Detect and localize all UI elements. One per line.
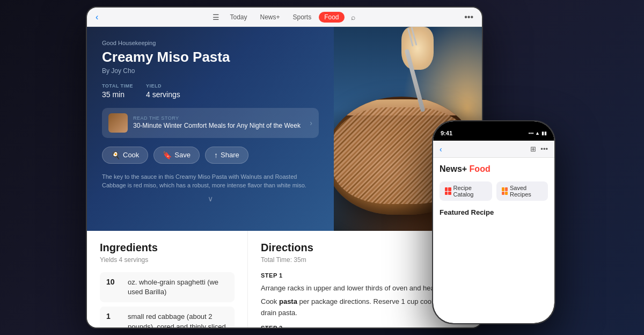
search-icon[interactable]: ⌕	[347, 11, 360, 24]
recipe-author: By Joy Cho	[102, 67, 319, 75]
grid-icon[interactable]: ⊞	[530, 145, 536, 153]
chevron-right-icon: ›	[310, 119, 312, 127]
dynamic-island	[470, 126, 518, 134]
ingredients-title: Ingredients	[100, 242, 235, 254]
recipe-meta: TOTAL TIME 35 min YIELD 4 servings	[102, 83, 319, 99]
iphone-brand: News+ Food	[440, 164, 548, 174]
total-time-label: TOTAL TIME	[102, 83, 133, 89]
iphone-nav: ‹ ⊞ •••	[433, 141, 554, 158]
wifi-icon: ▲	[535, 130, 540, 136]
brand-colored: Food	[467, 164, 491, 173]
recipe-catalog-label: Recipe Catalog	[453, 185, 487, 198]
scroll-indicator: ∨	[102, 194, 319, 203]
scene: ‹ ☰ Today News+ Sports Food ⌕ ••• Good H…	[0, 0, 644, 335]
content-section: Ingredients Yields 4 servings 10 oz. who…	[87, 231, 482, 327]
iphone-content: News+ Food Recipe Catalog Saved Recipes	[433, 158, 554, 323]
story-thumbnail	[108, 113, 128, 133]
hero-section: Good Housekeeping Creamy Miso Pasta By J…	[87, 27, 482, 231]
fork-handle	[405, 49, 426, 112]
ingredient-item: 1 small red cabbage (about 2 pounds), co…	[100, 307, 235, 327]
signal-icon: ▪▪▪	[529, 130, 534, 136]
sidebar-icon[interactable]: ☰	[209, 11, 222, 24]
saved-recipes-label: Saved Recipes	[510, 185, 543, 198]
nav-bar: ‹ ☰ Today News+ Sports Food ⌕ •••	[87, 8, 482, 27]
story-card[interactable]: READ THE STORY 30-Minute Winter Comfort …	[102, 108, 319, 138]
step2-label: STEP 2	[261, 325, 469, 327]
iphone-back-button[interactable]: ‹	[440, 145, 442, 154]
iphone-notch: 9:41 ▪▪▪ ▲ ▮▮	[433, 121, 554, 141]
cook-button[interactable]: 🍳 Cook	[102, 147, 148, 164]
action-buttons: 🍳 Cook 🔖 Save ↑ Share	[102, 147, 319, 164]
save-icon: 🔖	[163, 151, 172, 159]
story-title: 30-Minute Winter Comfort Meals for Any N…	[133, 122, 304, 130]
battery-icon: ▮▮	[541, 130, 547, 136]
yield-meta: YIELD 4 servings	[146, 83, 180, 99]
hero-content: Good Housekeeping Creamy Miso Pasta By J…	[87, 27, 334, 231]
saved-recipes-tab[interactable]: Saved Recipes	[496, 181, 548, 201]
share-button[interactable]: ↑ Share	[205, 147, 248, 164]
recipe-source: Good Housekeeping	[102, 40, 319, 46]
iphone-nav-right: ⊞ •••	[530, 145, 548, 153]
recipe-catalog-tab[interactable]: Recipe Catalog	[440, 181, 492, 201]
ingredient-qty: 1	[106, 312, 122, 321]
cook-icon: 🍳	[111, 151, 120, 159]
ingredient-desc: oz. whole-grain spaghetti (we used Baril…	[128, 278, 228, 297]
yield-value: 4 servings	[146, 90, 180, 99]
tab-today[interactable]: Today	[224, 12, 252, 23]
tab-newsplus[interactable]: News+	[254, 12, 285, 23]
ipad-screen: ‹ ☰ Today News+ Sports Food ⌕ ••• Good H…	[87, 8, 482, 327]
back-button[interactable]: ‹	[96, 12, 98, 22]
tab-sports[interactable]: Sports	[288, 12, 317, 23]
iphone-status: ▪▪▪ ▲ ▮▮	[529, 130, 547, 136]
recipe-description: The key to the sauce in this Creamy Miso…	[102, 172, 319, 190]
ingredients-column: Ingredients Yields 4 servings 10 oz. who…	[87, 231, 248, 327]
ingredient-item: 10 oz. whole-grain spaghetti (we used Ba…	[100, 272, 235, 302]
cook-label: Cook	[123, 151, 139, 159]
ipad-device: ‹ ☰ Today News+ Sports Food ⌕ ••• Good H…	[86, 6, 483, 329]
iphone-time: 9:41	[441, 130, 452, 136]
recipe-title: Creamy Miso Pasta	[102, 49, 319, 65]
iphone-tabs: Recipe Catalog Saved Recipes	[440, 181, 548, 201]
saved-recipes-icon	[502, 187, 508, 195]
save-button[interactable]: 🔖 Save	[153, 147, 200, 164]
recipe-catalog-icon	[445, 187, 451, 195]
story-text: READ THE STORY 30-Minute Winter Comfort …	[133, 115, 304, 130]
total-time-value: 35 min	[102, 90, 125, 99]
ingredient-qty: 10	[106, 278, 122, 286]
story-label: READ THE STORY	[133, 115, 304, 121]
iphone-device: 9:41 ▪▪▪ ▲ ▮▮ ‹ ⊞ ••• News+ Food	[432, 120, 555, 324]
share-icon: ↑	[214, 151, 218, 159]
ingredient-desc: small red cabbage (about 2 pounds), core…	[128, 312, 228, 327]
share-label: Share	[221, 151, 239, 159]
iphone-screen: 9:41 ▪▪▪ ▲ ▮▮ ‹ ⊞ ••• News+ Food	[433, 121, 554, 323]
total-time-meta: TOTAL TIME 35 min	[102, 83, 133, 99]
tab-food[interactable]: Food	[319, 12, 344, 23]
ingredients-subtitle: Yields 4 servings	[100, 256, 235, 264]
save-label: Save	[174, 151, 191, 159]
yield-label: YIELD	[146, 83, 180, 89]
more-button[interactable]: •••	[464, 12, 473, 22]
iphone-more-icon[interactable]: •••	[540, 145, 548, 153]
fork-visual	[407, 27, 423, 113]
featured-recipe-title: Featured Recipe	[440, 208, 548, 216]
